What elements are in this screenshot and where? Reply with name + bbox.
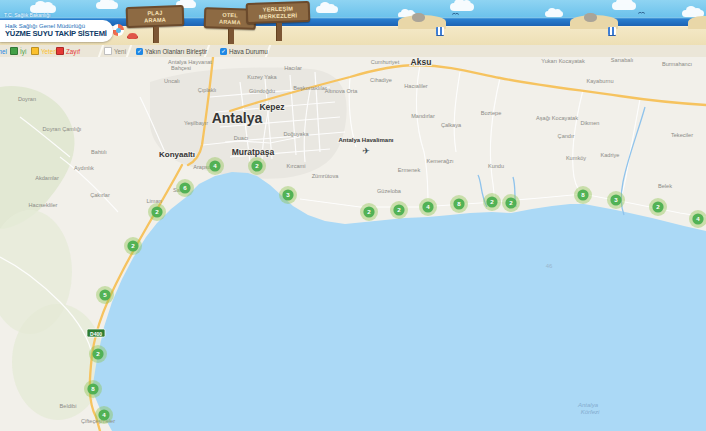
map-cluster-marker[interactable]: 2 xyxy=(248,157,266,175)
app-title: YÜZME SUYU TAKİP SİSTEMİ xyxy=(5,29,109,38)
map-town-label: Hacılar xyxy=(284,65,302,71)
map-cluster-marker[interactable]: 4 xyxy=(95,406,113,424)
sign-yerlesim-merkezleri[interactable]: YERLEŞİMMERKEZLERİ xyxy=(246,2,310,23)
cloud-decor xyxy=(612,2,636,10)
map-town-label: Yukarı Kocayatak xyxy=(541,58,585,64)
map-town-label: Kayaburnu xyxy=(586,78,613,84)
checkbox-icon[interactable]: ✓ xyxy=(220,48,227,55)
legend-class-label: Yeni xyxy=(114,48,126,55)
map-town-label: Ermenek xyxy=(398,167,421,173)
map-town-label: Dikmen xyxy=(581,120,600,126)
brand-box: Halk Sağlığı Genel Müdürlüğü YÜZME SUYU … xyxy=(0,20,113,42)
map-town-label: Uncalı xyxy=(164,78,180,84)
map-town-label: Bahtılı xyxy=(91,149,107,155)
marker-count: 2 xyxy=(490,198,494,205)
legend-class-zayıf: Zayıf xyxy=(56,45,80,57)
sea-depth-label: 46 xyxy=(546,263,553,269)
map-cluster-marker[interactable]: 5 xyxy=(96,286,114,304)
toggle-merge-nearby[interactable]: ✓Yakın Olanları Birleştir xyxy=(136,45,207,57)
map-town-label: Yeşilbayır xyxy=(184,120,208,126)
checkbox-icon[interactable]: ✓ xyxy=(136,48,143,55)
map-city-label: Antalya xyxy=(212,110,263,126)
map-town-label: Çakırlar xyxy=(90,192,110,198)
beach-chair-icon xyxy=(436,27,444,35)
legend-class-i̇yi: İyi xyxy=(10,45,26,57)
sign-plaj-arama[interactable]: PLAJARAMA xyxy=(126,6,184,27)
map-cluster-marker[interactable]: 4 xyxy=(419,198,437,216)
marker-count: 4 xyxy=(696,215,700,222)
map-cluster-marker[interactable]: 8 xyxy=(574,186,592,204)
map-town-label: Kemerağzı xyxy=(426,158,453,164)
marker-count: 3 xyxy=(614,196,618,203)
map-cluster-marker[interactable]: 2 xyxy=(390,201,408,219)
map-cluster-marker[interactable]: 2 xyxy=(649,198,667,216)
map-town-label: Liman xyxy=(146,198,161,204)
marker-count: 2 xyxy=(397,206,401,213)
sea-name-label: Antalya xyxy=(577,402,599,408)
marker-count: 2 xyxy=(96,350,100,357)
map-city-label: Konyaaltı xyxy=(159,150,195,159)
map-cluster-marker[interactable]: 4 xyxy=(206,157,224,175)
map-cluster-marker[interactable]: 3 xyxy=(607,191,625,209)
map-town-label: Duacı xyxy=(234,135,249,141)
map-cluster-marker[interactable]: 2 xyxy=(483,193,501,211)
cloud-decor xyxy=(96,2,118,9)
map-town-label: Sarıabalı xyxy=(611,57,634,63)
marker-count: 2 xyxy=(255,162,259,169)
rock-decor xyxy=(412,13,425,22)
marker-count: 4 xyxy=(213,162,217,169)
map-cluster-marker[interactable]: 2 xyxy=(148,203,166,221)
map-cluster-marker[interactable]: 6 xyxy=(176,179,194,197)
marker-count: 2 xyxy=(509,199,513,206)
marker-count: 8 xyxy=(457,200,461,207)
crab-icon xyxy=(128,33,137,39)
map-cluster-marker[interactable]: 2 xyxy=(124,237,142,255)
legend-class-mükemmel: Mükemmel xyxy=(0,45,7,57)
map-town-label: Kundu xyxy=(488,163,504,169)
rock-decor xyxy=(584,13,597,22)
map-town-label: Gündoğdu xyxy=(249,88,275,94)
map-cluster-marker[interactable]: 3 xyxy=(279,186,297,204)
sign-board[interactable]: YERLEŞİMMERKEZLERİ xyxy=(246,1,311,25)
bird-icon xyxy=(638,12,645,16)
marker-count: 6 xyxy=(183,184,187,191)
cloud-decor xyxy=(450,3,474,11)
map-city-label: Kepez xyxy=(259,102,284,112)
toggle-weather[interactable]: ✓Hava Durumu xyxy=(220,45,268,57)
marker-count: 8 xyxy=(91,385,95,392)
map-town-label: Bahçesi xyxy=(171,65,191,71)
map[interactable]: Antalya HayvanatBahçesiUncalıDoyranDoyra… xyxy=(0,57,706,431)
map-town-label: Doyran xyxy=(18,96,36,102)
map-town-label: Kadriye xyxy=(601,152,620,158)
legend-class-label: Zayıf xyxy=(66,48,80,55)
bird-icon xyxy=(452,13,459,17)
map-town-label: Doyran Çamlığı xyxy=(43,126,82,132)
map-cluster-marker[interactable]: 2 xyxy=(502,194,520,212)
map-city-label: Antalya Havalimanı xyxy=(338,137,393,143)
legend-class-label: İyi xyxy=(20,48,26,55)
map-cluster-marker[interactable]: 8 xyxy=(450,195,468,213)
map-town-label: Cihadiye xyxy=(370,77,392,83)
map-town-label: Burmahancı xyxy=(662,61,693,67)
ministry-label: T.C. Sağlık Bakanlığı xyxy=(4,12,50,18)
map-town-label: Aşağı Kocayatak xyxy=(536,115,578,121)
map-canvas[interactable]: Antalya HayvanatBahçesiUncalıDoyranDoyra… xyxy=(0,57,706,431)
legend-class-yeni: Yeni xyxy=(104,45,126,57)
map-town-label: Zümrütova xyxy=(312,173,340,179)
yuzme-suyu-app: T.C. Sağlık Bakanlığı Halk Sağlığı Genel… xyxy=(0,0,706,431)
marker-count: 8 xyxy=(581,191,585,198)
sign-post xyxy=(228,29,234,44)
sand-mound xyxy=(688,16,706,29)
sign-post xyxy=(276,23,282,41)
marker-count: 2 xyxy=(131,242,135,249)
map-town-label: Kırcami xyxy=(287,163,306,169)
legend-color-swatch xyxy=(56,47,64,55)
marker-count: 3 xyxy=(286,191,290,198)
map-cluster-marker[interactable]: 2 xyxy=(360,203,378,221)
sign-board[interactable]: PLAJARAMA xyxy=(126,5,185,28)
map-cluster-marker[interactable]: 2 xyxy=(89,345,107,363)
map-town-label: Beldibi xyxy=(60,403,77,409)
map-town-label: Güzeloba xyxy=(377,188,402,194)
map-cluster-marker[interactable]: 8 xyxy=(84,380,102,398)
map-town-label: Hacıaliler xyxy=(404,83,427,89)
